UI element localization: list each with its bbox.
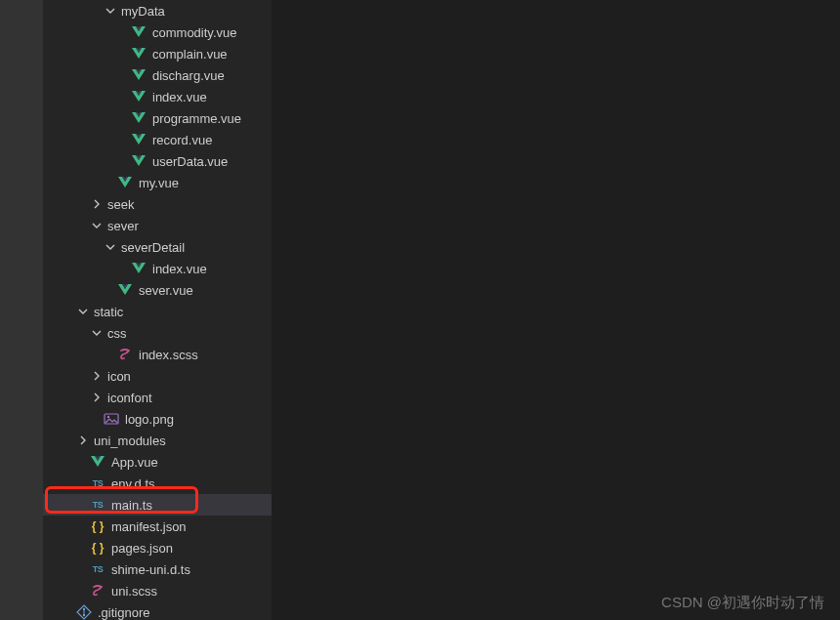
vue-icon bbox=[131, 67, 147, 83]
chevron-right-icon[interactable] bbox=[90, 369, 104, 383]
file-tree: myDatacommodity.vuecomplain.vuedischarg.… bbox=[43, 0, 272, 620]
file-item[interactable]: my.vue bbox=[43, 172, 272, 193]
tree-item-label: commodity.vue bbox=[152, 25, 236, 40]
svg-marker-0 bbox=[132, 26, 146, 37]
svg-marker-18 bbox=[118, 284, 132, 295]
chevron-spacer bbox=[117, 25, 131, 39]
chevron-down-icon[interactable] bbox=[104, 4, 117, 18]
folder-item[interactable]: myData bbox=[43, 0, 272, 21]
ts-icon: TS bbox=[90, 497, 105, 513]
scss-icon bbox=[117, 347, 133, 362]
tree-item-label: programme.vue bbox=[152, 111, 241, 126]
svg-marker-8 bbox=[132, 112, 146, 123]
vue-icon bbox=[117, 282, 133, 298]
chevron-spacer bbox=[76, 541, 90, 555]
git-icon bbox=[76, 604, 92, 620]
tree-item-label: my.vue bbox=[139, 176, 179, 190]
chevron-spacer bbox=[117, 90, 131, 103]
activity-bar[interactable] bbox=[0, 0, 43, 620]
svg-marker-6 bbox=[132, 91, 146, 102]
chevron-down-icon[interactable] bbox=[90, 219, 104, 232]
chevron-spacer bbox=[117, 262, 131, 275]
chevron-spacer bbox=[76, 476, 90, 490]
chevron-down-icon[interactable] bbox=[76, 305, 90, 318]
chevron-spacer bbox=[117, 133, 131, 146]
file-item[interactable]: record.vue bbox=[43, 129, 272, 150]
chevron-spacer bbox=[117, 47, 131, 61]
vue-icon bbox=[131, 132, 147, 147]
watermark-text: CSDN @初遇你时动了情 bbox=[661, 594, 824, 612]
folder-item[interactable]: sever bbox=[43, 215, 272, 236]
chevron-spacer bbox=[117, 154, 131, 168]
vue-icon bbox=[131, 261, 147, 276]
svg-marker-12 bbox=[132, 155, 146, 166]
svg-marker-10 bbox=[132, 134, 146, 145]
vue-icon bbox=[131, 110, 147, 126]
tree-item-label: sever.vue bbox=[139, 283, 193, 298]
file-item[interactable]: discharg.vue bbox=[43, 64, 272, 86]
chevron-spacer bbox=[117, 68, 131, 82]
file-item[interactable]: userData.vue bbox=[43, 150, 272, 172]
file-item[interactable]: .gitignore bbox=[43, 601, 272, 620]
tree-item-label: uni.scss bbox=[111, 584, 157, 599]
chevron-right-icon[interactable] bbox=[90, 197, 104, 211]
file-item[interactable]: uni.scss bbox=[43, 580, 272, 601]
file-item[interactable]: complain.vue bbox=[43, 43, 272, 64]
svg-marker-22 bbox=[91, 456, 105, 467]
file-item[interactable]: TSenv.d.ts bbox=[43, 473, 272, 494]
tree-item-label: record.vue bbox=[152, 133, 212, 147]
tree-item-label: severDetail bbox=[121, 240, 185, 255]
file-explorer: myDatacommodity.vuecomplain.vuedischarg.… bbox=[43, 0, 272, 620]
chevron-spacer bbox=[90, 412, 104, 426]
tree-item-label: index.vue bbox=[152, 262, 207, 276]
chevron-right-icon[interactable] bbox=[90, 391, 104, 404]
chevron-spacer bbox=[104, 176, 117, 189]
chevron-spacer bbox=[104, 348, 117, 361]
svg-marker-4 bbox=[132, 69, 146, 80]
folder-item[interactable]: uni_modules bbox=[43, 430, 272, 451]
folder-item[interactable]: severDetail bbox=[43, 236, 272, 258]
tree-item-label: icon bbox=[107, 369, 131, 384]
tree-item-label: discharg.vue bbox=[152, 68, 225, 83]
file-item[interactable]: index.vue bbox=[43, 258, 272, 279]
chevron-down-icon[interactable] bbox=[104, 240, 117, 254]
file-item[interactable]: { }pages.json bbox=[43, 537, 272, 558]
chevron-spacer bbox=[76, 562, 90, 576]
vue-icon bbox=[117, 175, 133, 190]
vue-icon bbox=[131, 46, 147, 62]
tree-item-label: myData bbox=[121, 4, 165, 19]
chevron-spacer bbox=[76, 455, 90, 469]
tree-item-label: static bbox=[94, 305, 123, 319]
file-item[interactable]: TSmain.ts bbox=[43, 494, 272, 516]
scss-icon bbox=[90, 583, 105, 599]
chevron-right-icon[interactable] bbox=[76, 434, 90, 447]
file-item[interactable]: commodity.vue bbox=[43, 21, 272, 43]
vue-icon bbox=[131, 153, 147, 169]
tree-item-label: shime-uni.d.ts bbox=[111, 562, 190, 577]
file-item[interactable]: programme.vue bbox=[43, 107, 272, 129]
file-item[interactable]: index.vue bbox=[43, 86, 272, 107]
file-item[interactable]: App.vue bbox=[43, 451, 272, 473]
folder-item[interactable]: iconfont bbox=[43, 387, 272, 408]
tree-item-label: App.vue bbox=[111, 455, 158, 470]
folder-item[interactable]: seek bbox=[43, 193, 272, 215]
chevron-down-icon[interactable] bbox=[90, 326, 104, 340]
image-icon bbox=[104, 411, 119, 427]
svg-marker-16 bbox=[132, 263, 146, 273]
svg-point-21 bbox=[107, 416, 109, 418]
tree-item-label: index.vue bbox=[152, 90, 207, 104]
tree-item-label: complain.vue bbox=[152, 47, 228, 62]
file-item[interactable]: { }manifest.json bbox=[43, 516, 272, 537]
chevron-spacer bbox=[76, 498, 90, 512]
json-icon: { } bbox=[90, 540, 105, 556]
folder-item[interactable]: icon bbox=[43, 365, 272, 387]
file-item[interactable]: logo.png bbox=[43, 408, 272, 430]
folder-item[interactable]: static bbox=[43, 301, 272, 322]
file-item[interactable]: TSshime-uni.d.ts bbox=[43, 558, 272, 580]
file-item[interactable]: index.scss bbox=[43, 344, 272, 365]
ts-icon: TS bbox=[90, 475, 105, 491]
file-item[interactable]: sever.vue bbox=[43, 279, 272, 301]
svg-marker-14 bbox=[118, 177, 132, 187]
folder-item[interactable]: css bbox=[43, 322, 272, 344]
svg-marker-2 bbox=[132, 48, 146, 59]
